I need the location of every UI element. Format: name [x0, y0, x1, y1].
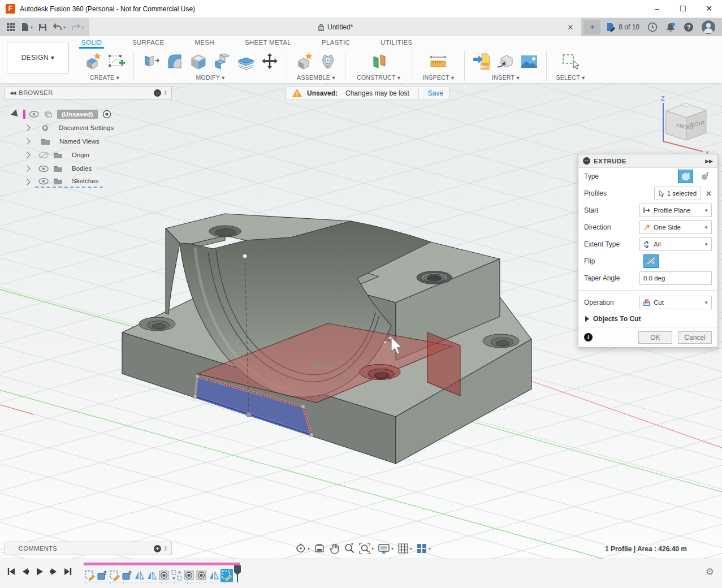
objects-to-cut-expander[interactable]: Objects To Cut — [578, 311, 717, 327]
browser-grip[interactable]: ‖ — [165, 90, 167, 96]
timeline-item-sketch[interactable] — [109, 569, 121, 582]
app-grid-icon[interactable] — [5, 21, 17, 33]
counterbore-hole-left[interactable] — [139, 317, 175, 331]
browser-row-document-settings[interactable]: Document Settings — [5, 121, 172, 135]
timeline-playhead-marker[interactable] — [234, 565, 241, 582]
user-avatar[interactable] — [702, 20, 715, 34]
collapse-browser-icon[interactable]: ◀◀ — [10, 90, 15, 96]
browser-row-bodies[interactable]: Bodies — [5, 162, 172, 175]
tab-close-icon[interactable]: ✕ — [567, 23, 573, 32]
dialog-detach-icon[interactable]: ▶▶ — [705, 158, 713, 164]
timeline-item-extrude[interactable] — [121, 569, 133, 582]
collapsed-arrow-icon[interactable] — [24, 138, 30, 144]
look-at-icon[interactable] — [314, 543, 325, 554]
root-document-label[interactable]: (Unsaved) — [57, 110, 98, 119]
timeline-item-hole[interactable] — [196, 569, 208, 582]
eye-icon[interactable] — [29, 111, 39, 118]
redo-icon[interactable]: ▾ — [70, 22, 86, 32]
start-dropdown[interactable]: Profile Plane▼ — [639, 204, 712, 217]
timeline-item-sketch-active[interactable] — [221, 569, 233, 582]
comments-expand-icon[interactable]: + — [154, 545, 161, 552]
cancel-button[interactable]: Cancel — [678, 331, 712, 344]
file-menu-icon[interactable]: ▾ — [19, 21, 34, 33]
dimension-label[interactable]: 80.00 — [312, 361, 333, 371]
browser-minimize-icon[interactable]: − — [154, 89, 161, 97]
timeline-item-mirror[interactable] — [208, 569, 221, 582]
counterbore-hole-cut[interactable] — [360, 365, 400, 380]
ok-button[interactable]: OK — [638, 331, 672, 344]
insert-mesh-icon[interactable] — [495, 51, 516, 72]
skip-to-start-icon[interactable] — [7, 567, 16, 576]
browser-root-row[interactable]: (Unsaved) — [5, 107, 172, 121]
bolt-hole-left-tower[interactable] — [209, 226, 241, 237]
timeline-item-hole[interactable] — [158, 569, 171, 582]
orbit-icon[interactable]: ▾ — [295, 543, 310, 554]
offset-plane-icon[interactable] — [369, 51, 389, 72]
counterbore-hole-right[interactable] — [483, 334, 519, 348]
group-insert-label[interactable]: INSERT ▾ — [492, 74, 520, 83]
expand-arrow-icon[interactable] — [11, 109, 21, 119]
operation-dropdown[interactable]: Cut▼ — [639, 296, 712, 309]
group-assemble-label[interactable]: ASSEMBLE ▾ — [297, 74, 335, 83]
new-component-icon[interactable] — [294, 51, 314, 72]
tab-utilities[interactable]: UTILITIES — [378, 37, 414, 49]
browser-header[interactable]: ◀◀ BROWSER −‖ — [5, 86, 172, 100]
pan-icon[interactable] — [329, 543, 340, 554]
type-extrude-button[interactable] — [678, 170, 693, 183]
viewport-canvas[interactable]: 80.00 — [0, 84, 722, 559]
group-create-label[interactable]: CREATE ▾ — [90, 74, 119, 83]
notifications-bell-icon[interactable] — [665, 22, 676, 32]
left-tower-left-face[interactable] — [166, 228, 180, 314]
close-button[interactable]: ✕ — [696, 0, 722, 18]
help-icon[interactable]: ? — [684, 22, 694, 32]
tab-plastic[interactable]: PLASTIC — [319, 37, 352, 49]
joint-icon[interactable] — [318, 51, 338, 72]
clear-selection-icon[interactable]: ✕ — [706, 189, 712, 198]
step-back-icon[interactable] — [21, 567, 30, 576]
display-settings-icon[interactable]: ▾ — [378, 543, 394, 554]
origin-handle[interactable] — [247, 412, 252, 417]
flip-button[interactable] — [643, 254, 659, 268]
activate-radio-icon[interactable] — [102, 110, 111, 119]
fit-icon[interactable]: ▾ — [359, 543, 374, 554]
collapsed-arrow-icon[interactable] — [24, 152, 30, 158]
extent-type-dropdown[interactable]: All▼ — [639, 237, 712, 251]
maximize-button[interactable]: ☐ — [670, 0, 696, 18]
tab-surface[interactable]: SURFACE — [130, 37, 166, 49]
step-forward-icon[interactable] — [49, 567, 58, 576]
undo-icon[interactable]: ▾ — [51, 22, 67, 32]
combine-icon[interactable] — [212, 51, 232, 72]
press-pull-icon[interactable] — [141, 51, 161, 72]
document-count[interactable]: 8 of 10 — [606, 23, 639, 32]
create-sketch-icon[interactable] — [106, 51, 127, 72]
insert-svg-icon[interactable]: SVG — [472, 51, 492, 72]
collapsed-arrow-icon[interactable] — [24, 165, 30, 171]
play-icon[interactable] — [35, 567, 44, 576]
collapsed-arrow-icon[interactable] — [24, 124, 30, 131]
dialog-minimize-icon[interactable]: − — [583, 157, 590, 165]
select-icon[interactable] — [560, 51, 581, 72]
viewports-icon[interactable]: ▾ — [416, 543, 431, 554]
collapsed-arrow-icon[interactable] — [24, 179, 30, 185]
browser-row-named-views[interactable]: Named Views — [5, 135, 172, 148]
timeline-item-extrude[interactable] — [96, 569, 109, 582]
document-tab[interactable]: Untitled* ✕ — [89, 18, 581, 36]
extrude-dialog-header[interactable]: − EXTRUDE ▶▶ — [578, 154, 717, 168]
taper-angle-input[interactable]: 0.0 deg — [639, 271, 712, 285]
minimize-button[interactable]: – — [644, 0, 670, 18]
info-icon[interactable]: i — [584, 333, 593, 341]
shell-icon[interactable] — [188, 51, 209, 72]
group-construct-label[interactable]: CONSTRUCT ▾ — [357, 74, 400, 83]
timeline-item-mirror[interactable] — [133, 569, 146, 582]
profiles-select-button[interactable]: 1 selected — [654, 187, 701, 200]
group-select-label[interactable]: SELECT ▾ — [556, 74, 585, 83]
save-icon[interactable] — [37, 22, 49, 33]
canvas-icon[interactable] — [519, 51, 539, 72]
comments-grip[interactable]: ‖ — [165, 546, 167, 552]
extent-handle[interactable] — [243, 254, 247, 258]
tab-mesh[interactable]: MESH — [192, 37, 216, 49]
timeline-item-pattern[interactable] — [171, 569, 183, 582]
measure-icon[interactable] — [428, 51, 448, 72]
tab-sheet-metal[interactable]: SHEET METAL — [243, 37, 293, 49]
skip-to-end-icon[interactable] — [63, 567, 72, 576]
